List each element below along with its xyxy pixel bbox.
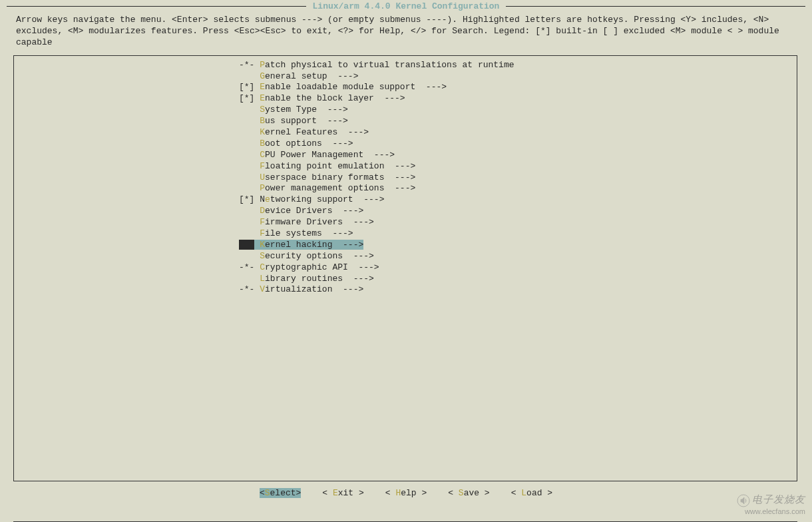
- menu-item-8[interactable]: CPU Power Management --->: [226, 150, 797, 161]
- watermark: 电子发烧友 www.elecfans.com: [737, 493, 805, 515]
- menu-item-7[interactable]: Boot options --->: [226, 138, 797, 150]
- sound-icon: [737, 494, 750, 507]
- page-title: Linux/arm 4.4.0 Kernel Configuration: [0, 0, 812, 12]
- menu-item-16[interactable]: Kernel hacking --->: [226, 240, 797, 251]
- menu-item-15[interactable]: File systems --->: [226, 228, 797, 240]
- menu-item-14[interactable]: Firmware Drivers --->: [226, 217, 797, 228]
- menu-item-4[interactable]: System Type --->: [226, 105, 797, 116]
- button-save[interactable]: < Save >: [448, 488, 489, 498]
- menu-item-11[interactable]: Power management options --->: [226, 183, 797, 194]
- button-select[interactable]: <Select>: [260, 488, 301, 498]
- button-help[interactable]: < Help >: [385, 488, 427, 498]
- menu-item-5[interactable]: Bus support --->: [226, 116, 797, 127]
- menu-item-6[interactable]: Kernel Features --->: [226, 127, 797, 138]
- menu-item-17[interactable]: Security options --->: [226, 251, 797, 262]
- menu-item-19[interactable]: Library routines --->: [226, 274, 797, 285]
- menu-item-9[interactable]: Floating point emulation --->: [226, 161, 797, 172]
- menu-item-12[interactable]: [*] Networking support --->: [226, 194, 797, 206]
- help-text: Arrow keys navigate the menu. <Enter> se…: [0, 12, 812, 51]
- menu-item-1[interactable]: General setup --->: [226, 71, 797, 83]
- button-exit[interactable]: < Exit >: [322, 488, 363, 498]
- menu-item-10[interactable]: Userspace binary formats --->: [226, 172, 797, 184]
- menu-item-13[interactable]: Device Drivers --->: [226, 206, 797, 217]
- button-load[interactable]: < Load >: [511, 488, 552, 498]
- menu-item-2[interactable]: [*] Enable loadable module support --->: [226, 82, 797, 93]
- menu-item-3[interactable]: [*] Enable the block layer --->: [226, 93, 797, 105]
- menu-item-18[interactable]: -*- Cryptographic API --->: [226, 262, 797, 274]
- menu-container: -*- Patch physical to virtual translatio…: [13, 55, 797, 481]
- menu-item-0[interactable]: -*- Patch physical to virtual translatio…: [226, 60, 797, 71]
- menu-item-20[interactable]: -*- Virtualization --->: [226, 284, 797, 296]
- button-bar: <Select>< Exit >< Help >< Save >< Load >: [0, 485, 812, 502]
